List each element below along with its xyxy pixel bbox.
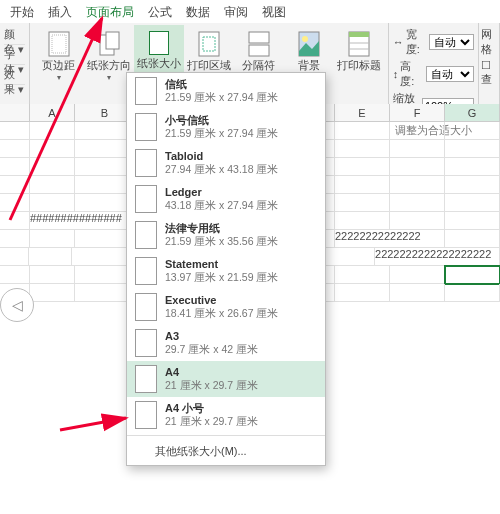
margins-button[interactable]: 页边距▾ xyxy=(34,25,84,82)
themes-group: 颜色 ▾ 字体 ▾ 效果 ▾ xyxy=(0,23,30,104)
cell-e[interactable]: 22222222222222 xyxy=(335,230,445,248)
size-executive[interactable]: Executive18.41 厘米 x 26.67 厘米 xyxy=(127,289,325,325)
tab-insert[interactable]: 插入 xyxy=(48,4,72,21)
col-F[interactable]: F xyxy=(390,104,445,121)
tab-home[interactable]: 开始 xyxy=(10,4,34,21)
tab-data[interactable]: 数据 xyxy=(186,4,210,21)
height-label: ↕ xyxy=(393,68,399,80)
gridlines-check[interactable]: ☐ 查 xyxy=(481,59,497,87)
scale-height-select[interactable]: 自动 xyxy=(426,66,474,82)
page-icon xyxy=(135,365,157,393)
svg-rect-4 xyxy=(199,32,219,56)
print-area-icon xyxy=(198,31,220,57)
col-G[interactable]: G xyxy=(445,104,500,121)
scale-group: ↔宽度:自动 ↕高度:自动 缩放比例: 调整为合适大小 xyxy=(389,23,479,104)
margins-icon xyxy=(48,31,70,57)
breaks-icon xyxy=(248,31,270,57)
width-label: ↔ xyxy=(393,36,404,48)
svg-rect-3 xyxy=(106,32,119,49)
page-icon xyxy=(135,329,157,357)
paper-size-icon xyxy=(149,31,169,55)
size-letter[interactable]: 信纸21.59 厘米 x 27.94 厘米 xyxy=(127,73,325,109)
scale-width-select[interactable]: 自动 xyxy=(429,34,474,50)
cell-f[interactable]: 2222222222222222222 xyxy=(375,248,500,266)
page-icon xyxy=(135,113,157,141)
size-a4[interactable]: A421 厘米 x 29.7 厘米 xyxy=(127,361,325,397)
col-A[interactable]: A xyxy=(30,104,75,121)
col-E[interactable]: E xyxy=(335,104,390,121)
nav-prev-button[interactable]: ◁ xyxy=(0,288,34,322)
gridlines-group: 网格 ☐ 查 xyxy=(479,23,500,104)
print-titles-icon xyxy=(348,31,370,57)
print-titles-button[interactable]: 打印标题 xyxy=(334,25,384,71)
page-icon xyxy=(135,221,157,249)
size-legal[interactable]: 法律专用纸21.59 厘米 x 35.56 厘米 xyxy=(127,217,325,253)
tab-page-layout[interactable]: 页面布局 xyxy=(86,4,134,21)
size-statement[interactable]: Statement13.97 厘米 x 21.59 厘米 xyxy=(127,253,325,289)
page-icon xyxy=(135,293,157,321)
svg-rect-7 xyxy=(249,45,269,56)
tab-formulas[interactable]: 公式 xyxy=(148,4,172,21)
svg-rect-6 xyxy=(249,32,269,43)
svg-point-9 xyxy=(302,36,308,42)
page-icon xyxy=(135,185,157,213)
size-a4-small[interactable]: A4 小号21 厘米 x 29.7 厘米 xyxy=(127,397,325,433)
background-icon xyxy=(298,31,320,57)
page-icon xyxy=(135,77,157,105)
theme-colors[interactable]: 颜色 ▾ xyxy=(4,27,25,45)
page-icon xyxy=(135,401,157,429)
size-ledger[interactable]: Ledger43.18 厘米 x 27.94 厘米 xyxy=(127,181,325,217)
page-icon xyxy=(135,149,157,177)
more-paper-sizes[interactable]: 其他纸张大小(M)... xyxy=(127,438,325,465)
cell-hash[interactable]: ############### xyxy=(30,212,135,230)
col-selectall[interactable] xyxy=(0,104,30,121)
size-small-letter[interactable]: 小号信纸21.59 厘米 x 27.94 厘米 xyxy=(127,109,325,145)
separator xyxy=(127,435,325,436)
gridlines-label: 网格 xyxy=(481,27,497,57)
svg-rect-11 xyxy=(349,32,369,37)
paper-size-dropdown: 信纸21.59 厘米 x 27.94 厘米 小号信纸21.59 厘米 x 27.… xyxy=(126,72,326,466)
tab-view[interactable]: 视图 xyxy=(262,4,286,21)
theme-effects[interactable]: 效果 ▾ xyxy=(4,67,25,85)
tab-review[interactable]: 审阅 xyxy=(224,4,248,21)
theme-fonts[interactable]: 字体 ▾ xyxy=(4,47,25,65)
ribbon-tabs: 开始 插入 页面布局 公式 数据 审阅 视图 xyxy=(0,0,500,23)
background-button[interactable]: 背景 xyxy=(284,25,334,71)
size-a3[interactable]: A329.7 厘米 x 42 厘米 xyxy=(127,325,325,361)
size-tabloid[interactable]: Tabloid27.94 厘米 x 43.18 厘米 xyxy=(127,145,325,181)
orientation-icon xyxy=(98,31,120,57)
page-icon xyxy=(135,257,157,285)
